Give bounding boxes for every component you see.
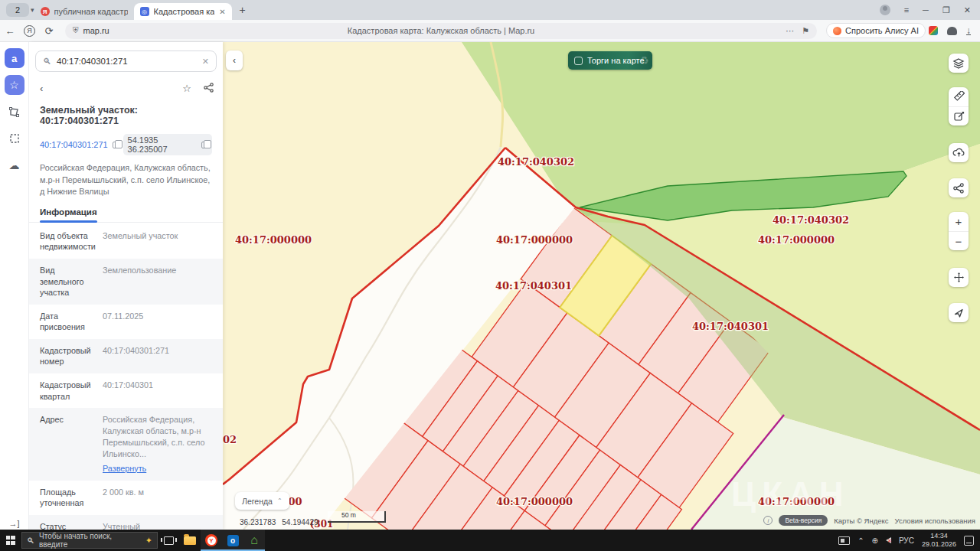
share-icon[interactable] xyxy=(204,83,214,93)
info-label: Кадастровый номер xyxy=(40,345,103,367)
map-layers: 40:17:04030240:17:00000040:17:00000040:1… xyxy=(223,42,980,530)
close-button[interactable]: ✕ xyxy=(964,5,971,15)
tab-counter-value: 2 xyxy=(15,5,20,15)
info-label: Дата присвоения xyxy=(40,311,103,333)
extension-icon[interactable] xyxy=(929,26,938,35)
more-actions-icon[interactable]: ⋯ xyxy=(786,26,794,36)
polygon-tool-icon[interactable] xyxy=(5,102,24,122)
tab-information[interactable]: Информация xyxy=(40,207,97,223)
yandex-home-icon[interactable]: Я xyxy=(24,25,35,37)
draw-tools-group xyxy=(949,87,969,126)
house-icon: ⌂ xyxy=(250,533,258,547)
upload-button[interactable] xyxy=(949,143,969,162)
task-view-button[interactable] xyxy=(158,530,179,551)
language-indicator[interactable]: РУС xyxy=(899,536,914,545)
file-explorer-button[interactable] xyxy=(179,530,201,551)
downloads-icon[interactable]: ↓ xyxy=(966,27,971,35)
map-canvas[interactable]: 40:17:04030240:17:00000040:17:00000040:1… xyxy=(223,42,980,530)
zoom-out-button[interactable]: − xyxy=(949,231,969,250)
copy-icon[interactable] xyxy=(113,142,119,148)
trades-on-map-toggle[interactable]: Торги на карте ♻ xyxy=(568,51,652,70)
address-bar[interactable]: ⛨ map.ru Кадастровая карта: Калужская об… xyxy=(65,23,817,39)
task-view-icon xyxy=(164,536,174,545)
windows-logo-icon xyxy=(6,536,16,546)
outlook-button[interactable]: o xyxy=(222,530,243,551)
page-title: Кадастровая карта: Калужская область | M… xyxy=(65,26,817,35)
navigation-arrow-icon xyxy=(949,303,969,322)
info-value: Российская Федерация, Калужская область,… xyxy=(103,414,215,474)
trades-checkbox[interactable] xyxy=(574,57,583,65)
share-map-button[interactable] xyxy=(949,178,969,197)
cadastral-number-label: 40:17:040301 xyxy=(692,321,769,332)
highlights-sparkle-icon[interactable]: ✦ xyxy=(145,536,152,546)
cadastral-number-label: 40:17:040302 xyxy=(498,156,574,168)
tray-expand-icon[interactable]: ⌃ xyxy=(858,536,864,545)
recycle-watermark-icon: ♻ xyxy=(639,54,649,67)
search-input[interactable]: 🔍︎ 40:17:040301:271 ✕ xyxy=(35,51,217,72)
info-row: Кадастровый квартал40:17:040301 xyxy=(29,373,223,408)
start-button[interactable] xyxy=(0,530,21,551)
app-logo[interactable]: a xyxy=(5,48,24,68)
close-tab-icon[interactable]: ✕ xyxy=(219,8,225,16)
clear-search-icon[interactable]: ✕ xyxy=(202,57,209,67)
layers-button[interactable] xyxy=(949,54,969,73)
restore-button[interactable]: ❐ xyxy=(942,5,950,15)
theme-icon[interactable] xyxy=(947,27,957,35)
copy-icon[interactable] xyxy=(201,142,207,148)
cloud-tool-icon[interactable]: ☁ xyxy=(5,155,24,175)
back-chevron-icon[interactable]: ‹ xyxy=(40,83,43,94)
tab-label: публичная кадастровая к xyxy=(54,7,128,16)
terms-of-use-link[interactable]: Условия использования xyxy=(895,517,975,525)
info-icon[interactable]: i xyxy=(763,516,773,525)
news-widget-icon[interactable] xyxy=(838,536,850,545)
coordinates-chip[interactable]: 54.1935 36.235007 xyxy=(123,134,212,155)
bookmark-icon[interactable]: ⚑ xyxy=(802,26,809,36)
clock[interactable]: 14:34 29.01.2026 xyxy=(922,532,956,549)
favorites-tool[interactable]: ☆ xyxy=(5,75,24,95)
tab-counter[interactable]: 2 xyxy=(6,3,29,17)
cursor-coordinates: 36.231783 54.194429 xyxy=(240,518,318,527)
tab-public-cadastral[interactable]: Я публичная кадастровая к xyxy=(34,3,134,20)
info-row: Вид объекта недвижимостиЗемельный участо… xyxy=(29,224,223,259)
pan-button[interactable] xyxy=(949,268,969,287)
taskbar-search-input[interactable]: 🔍︎ Чтобы начать поиск, введите ✦ xyxy=(21,532,158,549)
search-icon: 🔍︎ xyxy=(27,536,34,545)
tab-information-label: Информация xyxy=(40,207,97,217)
chevron-up-icon: ⌃ xyxy=(277,497,283,504)
object-info-panel: 🔍︎ 40:17:040301:271 ✕ ‹ ☆ Земельный учас… xyxy=(29,42,223,530)
action-center-icon[interactable] xyxy=(964,536,974,546)
expand-address-link[interactable]: Развернуть xyxy=(103,463,146,474)
info-row: АдресРоссийская Федерация, Калужская обл… xyxy=(29,408,223,481)
new-tab-button[interactable]: + xyxy=(240,4,246,16)
legend-button[interactable]: Легенда ⌃ xyxy=(235,492,289,510)
home-app-button[interactable]: ⌂ xyxy=(243,530,265,551)
cadastral-number-link[interactable]: 40:17:040301:271 xyxy=(40,140,108,149)
scale-label: 50 m xyxy=(341,511,356,519)
share-icon xyxy=(949,178,969,197)
cloud-upload-icon xyxy=(949,143,969,162)
select-area-tool-icon[interactable] xyxy=(5,129,24,148)
minimize-button[interactable]: ─ xyxy=(923,5,929,15)
browser-menu-icon[interactable]: ≡ xyxy=(904,5,909,15)
outlook-icon: o xyxy=(227,535,239,546)
measure-ruler-button[interactable] xyxy=(949,87,969,106)
yandex-browser-button[interactable]: Y xyxy=(201,530,222,551)
network-icon[interactable]: ⊕ xyxy=(872,536,878,545)
back-button[interactable]: ← xyxy=(0,25,20,37)
info-value: Земельный участок xyxy=(103,230,178,253)
favorite-star-icon[interactable]: ☆ xyxy=(182,83,191,94)
volume-muted-icon[interactable] xyxy=(886,537,891,543)
trades-label: Торги на карте xyxy=(587,56,645,65)
zoom-in-button[interactable]: + xyxy=(949,212,969,231)
tab-cadastral-map[interactable]: ◎ Кадастровая карта: Ка ✕ xyxy=(134,3,232,20)
locate-me-button[interactable] xyxy=(949,303,969,322)
info-value: 40:17:040301:271 xyxy=(103,345,169,367)
collapse-panel-button[interactable]: ‹ xyxy=(226,51,243,70)
collapse-rail-icon[interactable]: →] xyxy=(8,519,19,528)
refresh-button[interactable]: ⟳ xyxy=(39,25,59,37)
edit-button[interactable] xyxy=(949,106,969,126)
coordinates-value: 54.1935 36.235007 xyxy=(128,135,198,154)
profile-avatar[interactable] xyxy=(880,5,890,15)
ask-alice-button[interactable]: Спросить Алису AI xyxy=(826,23,926,38)
parcel-title: Земельный участок: 40:17:040301:271 xyxy=(40,105,212,126)
